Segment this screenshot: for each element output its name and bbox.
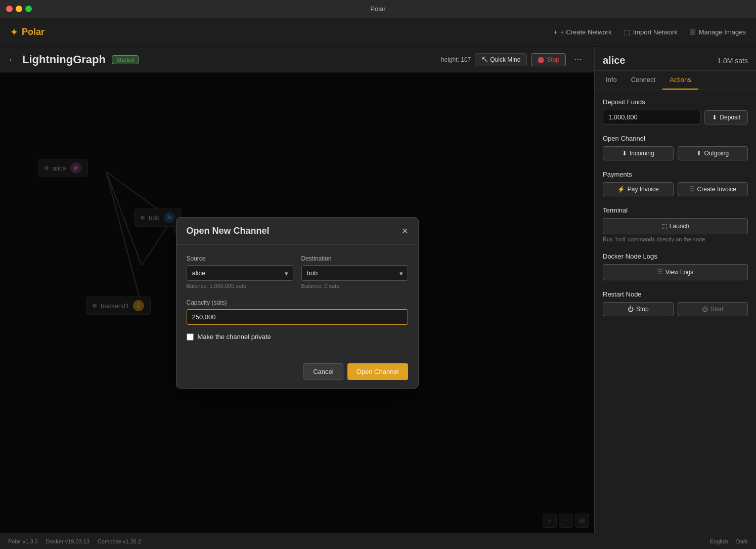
theme-label: Dark [736,538,748,544]
incoming-channel-button[interactable]: ⬇ Incoming [603,146,674,160]
node-start-button[interactable]: ⏻ Start [678,302,748,316]
create-network-button[interactable]: + + Create Network [554,28,612,36]
header-right: height: 107 ⛏ Quick Mine ⬤ Stop ⋯ [441,53,586,66]
payments-section: Payments ⚡ Pay Invoice ☰ Create Invoice [603,171,748,196]
destination-select-wrapper: bob alice backend1 ▾ [301,265,408,281]
logo-icon: ✦ [10,27,18,38]
outgoing-channel-button[interactable]: ⬆ Outgoing [678,146,748,160]
deposit-button[interactable]: ⬇ Deposit [704,110,748,124]
docker-label: Docker v19.03.13 [46,538,90,544]
topnav-actions: + + Create Network ⬚ Import Network ☰ Ma… [554,28,746,36]
window-controls[interactable] [6,6,32,12]
docker-logs-title: Docker Node Logs [603,252,748,260]
mine-icon: ⛏ [481,56,487,63]
deposit-funds-row: ⬇ Deposit [603,110,748,124]
destination-col: Destination bob alice backend1 ▾ [301,255,408,289]
version-label: Polar v1.3.0 [8,538,38,544]
modal-overlay: Open New Channel ✕ Source alice [0,73,594,533]
height-display: height: 107 [441,56,471,63]
cancel-button[interactable]: Cancel [303,363,343,380]
right-panel: alice 1.0M sats Info Connect Actions Dep… [594,47,756,533]
capacity-input[interactable] [187,309,408,325]
node-stop-button[interactable]: ⏻ Stop [603,302,674,316]
graph-area: alice ⚡ bob ↻ backend1 ₿ + [0,73,594,533]
outgoing-icon: ⬆ [696,150,701,157]
docker-logs-section: Docker Node Logs ☰ View Logs [603,252,748,280]
topnav: ✦ Polar + + Create Network ⬚ Import Netw… [0,18,756,47]
app-logo: ✦ Polar [10,27,45,38]
page-title: LightningGraph [22,53,106,66]
source-destination-row: Source alice bob backend1 ▾ [187,255,408,289]
tab-info[interactable]: Info [599,71,624,90]
quick-mine-button[interactable]: ⛏ Quick Mine [475,53,527,66]
pay-icon: ⚡ [617,186,625,193]
logs-icon: ☰ [657,269,663,276]
right-panel-tabs: Info Connect Actions [595,71,756,90]
source-label: Source [187,255,293,262]
modal-footer: Cancel Open Channel [176,355,418,388]
more-options-button[interactable]: ⋯ [570,53,586,66]
destination-select[interactable]: bob alice backend1 [301,265,408,281]
restart-buttons: ⏻ Stop ⏻ Start [603,302,748,316]
terminal-section: Terminal ⬚ Launch Run 'lncli' commands d… [603,206,748,242]
open-channel-button[interactable]: Open Channel [347,363,408,380]
capacity-col: Capacity (sats) [187,299,408,325]
terminal-title: Terminal [603,206,748,214]
import-icon: ⬚ [624,28,630,36]
titlebar: Polar [0,0,756,18]
deposit-funds-title: Deposit Funds [603,98,748,106]
launch-terminal-button[interactable]: ⬚ Launch [603,218,748,234]
window-title: Polar [370,5,385,13]
statusbar-right: English Dark [710,538,748,544]
deposit-amount-input[interactable] [603,110,700,124]
manage-icon: ☰ [690,28,696,36]
modal-close-button[interactable]: ✕ [402,226,408,236]
language-label: English [710,538,728,544]
payments-title: Payments [603,171,748,178]
private-channel-label: Make the channel private [198,333,271,341]
terminal-description: Run 'lncli' commands directly on the nod… [603,236,748,242]
tab-connect[interactable]: Connect [624,71,662,90]
view-logs-button[interactable]: ☰ View Logs [603,264,748,280]
selected-node-name: alice [603,55,625,66]
source-select[interactable]: alice bob backend1 [187,265,293,281]
right-panel-header: alice 1.0M sats [595,47,756,71]
import-network-button[interactable]: ⬚ Import Network [624,28,678,36]
source-col: Source alice bob backend1 ▾ [187,255,293,289]
private-channel-checkbox[interactable] [187,333,194,341]
modal-body: Source alice bob backend1 ▾ [176,245,418,355]
selected-node-balance: 1.0M sats [717,57,748,65]
start-power-icon: ⏻ [702,306,708,313]
right-panel-body: Deposit Funds ⬇ Deposit Open Channel [595,90,756,324]
stop-icon: ⬤ [538,56,544,63]
back-button[interactable]: ← [8,55,16,64]
statusbar: Polar v1.3.0 Docker v19.03.13 Compose v1… [0,533,756,549]
close-dot[interactable] [6,6,13,12]
maximize-dot[interactable] [25,6,32,12]
open-channel-section: Open Channel ⬇ Incoming ⬆ Outgoing [603,135,748,160]
restart-node-section: Restart Node ⏻ Stop ⏻ Start [603,290,748,316]
deposit-funds-section: Deposit Funds ⬇ Deposit [603,98,748,124]
open-channel-modal: Open New Channel ✕ Source alice [176,217,419,389]
create-invoice-button[interactable]: ☰ Create Invoice [678,182,748,196]
deposit-icon: ⬇ [712,114,717,121]
status-badge: Started [112,55,139,64]
source-select-wrapper: alice bob backend1 ▾ [187,265,293,281]
manage-images-button[interactable]: ☰ Manage Images [690,28,746,36]
open-channel-title: Open Channel [603,135,748,142]
stop-button[interactable]: ⬤ Stop [531,53,566,66]
channel-buttons: ⬇ Incoming ⬆ Outgoing [603,146,748,160]
destination-label: Destination [301,255,408,262]
incoming-icon: ⬇ [622,150,627,157]
payment-buttons: ⚡ Pay Invoice ☰ Create Invoice [603,182,748,196]
terminal-icon: ⬚ [661,223,667,230]
source-balance: Balance: 1,000,000 sats [187,283,293,289]
minimize-dot[interactable] [16,6,22,12]
tab-actions[interactable]: Actions [662,71,698,90]
modal-header: Open New Channel ✕ [176,218,418,245]
restart-node-title: Restart Node [603,290,748,298]
pay-invoice-button[interactable]: ⚡ Pay Invoice [603,182,674,196]
destination-balance: Balance: 0 sats [301,283,408,289]
compose-label: Compose v1.26.2 [98,538,141,544]
header-bar: ← LightningGraph Started height: 107 ⛏ Q… [0,47,594,73]
